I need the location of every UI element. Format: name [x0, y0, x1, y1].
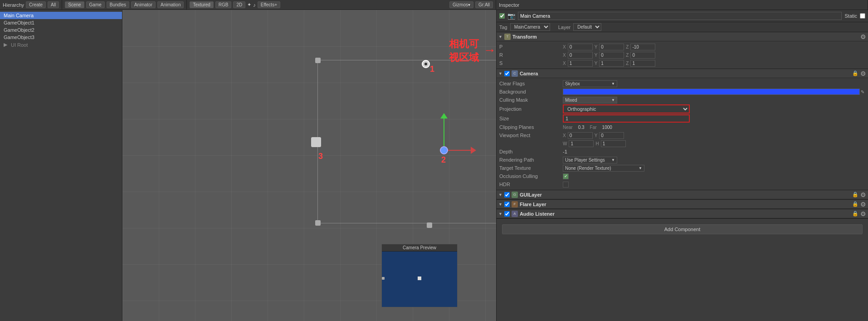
- game-tab[interactable]: Game: [86, 1, 105, 8]
- scale-label: S: [499, 60, 563, 66]
- object-name-input[interactable]: [518, 12, 842, 20]
- hierarchy-item-ui-root[interactable]: ▶ UI Root: [0, 41, 122, 49]
- static-checkbox[interactable]: [860, 13, 865, 19]
- audio-listener-menu-icon[interactable]: ⚙: [860, 210, 866, 217]
- camera-corner-tl: [315, 58, 321, 63]
- culling-mask-dropdown[interactable]: Mixed ▼: [563, 97, 617, 104]
- left-side-handle[interactable]: [311, 137, 321, 147]
- size-input[interactable]: [563, 114, 690, 123]
- guilayer-fold-icon: ▼: [498, 193, 502, 197]
- grall-btn[interactable]: Gr:All: [475, 1, 493, 8]
- culling-mask-label: Culling Mask: [499, 97, 563, 103]
- scene-label-1: 1: [430, 64, 434, 74]
- top-bar: Hierarchy Create All Scene Game Bundles …: [0, 0, 868, 10]
- target-texture-label: Target Texture: [499, 165, 563, 171]
- viewport-rect-wh-values: W H: [563, 140, 865, 147]
- hierarchy-item-gameobject2[interactable]: GameObject2: [0, 26, 122, 34]
- guilayer-header[interactable]: ▼ G GUILayer 🔒 ⚙: [497, 190, 868, 199]
- top-gizmo-inner: [424, 63, 427, 65]
- viewport-rect-values: X Y: [563, 132, 865, 139]
- rot-x-input[interactable]: [568, 52, 593, 59]
- pos-x-input[interactable]: [568, 44, 593, 50]
- layer-select[interactable]: Default: [573, 23, 601, 31]
- flare-layer-menu-icon[interactable]: ⚙: [860, 201, 866, 208]
- hierarchy-item-gameobject3[interactable]: GameObject3: [0, 34, 122, 41]
- camera-menu-icon[interactable]: ⚙: [860, 70, 866, 77]
- bundles-tab[interactable]: Bundles: [107, 1, 129, 8]
- background-swatch-container: ✎: [563, 89, 865, 95]
- inspector-panel: 📷 Static Tag MainCamera Layer Default ▼ …: [496, 10, 868, 321]
- rotation-label: R: [499, 52, 563, 58]
- gizmo-container[interactable]: 2: [419, 126, 465, 171]
- inspector-tab-bar: Inspector: [496, 0, 868, 10]
- scale-z-input[interactable]: [630, 60, 655, 67]
- projection-select[interactable]: Orthographic Perspective: [563, 104, 690, 114]
- main-layout: Main Camera GameObject1 GameObject2 Game…: [0, 10, 868, 321]
- audio-listener-controls: 🔒 ⚙: [852, 210, 866, 217]
- target-texture-dropdown[interactable]: None (Render Texture) ▼: [563, 165, 644, 172]
- rot-z-input[interactable]: [630, 52, 655, 59]
- 2d-btn[interactable]: 2D: [233, 1, 245, 8]
- gizmos-btn[interactable]: Gizmos▾: [449, 1, 473, 8]
- gizmo-center-handle[interactable]: [440, 146, 448, 154]
- background-edit-btn[interactable]: ✎: [860, 89, 865, 94]
- scene-tab[interactable]: Scene: [65, 1, 84, 8]
- vr-y-input[interactable]: [599, 132, 624, 139]
- bottom-handle[interactable]: [427, 222, 432, 228]
- tag-select[interactable]: MainCamera: [510, 23, 550, 31]
- pos-z-input[interactable]: [630, 44, 655, 50]
- scale-y-input[interactable]: [599, 60, 624, 67]
- guilayer-lock-icon: 🔒: [852, 192, 858, 198]
- rendering-path-dropdown[interactable]: Use Player Settings ▼: [563, 157, 617, 163]
- occlusion-culling-checkbox[interactable]: ✓: [563, 173, 569, 179]
- add-component-button[interactable]: Add Component: [502, 224, 863, 234]
- scale-x-input[interactable]: [568, 60, 593, 67]
- rendering-path-label: Rendering Path: [499, 157, 563, 163]
- guilayer-active-checkbox[interactable]: [504, 192, 510, 198]
- hierarchy-item-main-camera[interactable]: Main Camera: [0, 12, 122, 19]
- vr-w-input[interactable]: [569, 140, 594, 147]
- background-label: Background: [499, 89, 563, 94]
- flare-layer-icon: F: [512, 201, 518, 207]
- camera-preview-title: Camera Preview: [382, 244, 457, 252]
- scale-row: S X Y Z: [497, 59, 868, 67]
- near-value: 0.3: [578, 125, 585, 130]
- flare-layer-active-checkbox[interactable]: [504, 202, 510, 207]
- transform-header[interactable]: ▼ T Transform ⚙: [497, 32, 868, 41]
- transform-body: P X Y Z R X Y: [497, 41, 868, 69]
- textured-btn[interactable]: Textured: [190, 1, 213, 8]
- rgb-btn[interactable]: RGB: [215, 1, 232, 8]
- depth-value: -1: [563, 149, 865, 154]
- effects-btn[interactable]: Effects+: [258, 1, 280, 8]
- hierarchy-list: Main Camera GameObject1 GameObject2 Game…: [0, 10, 122, 50]
- culling-mask-row: Culling Mask Mixed ▼: [497, 96, 868, 104]
- audio-listener-header[interactable]: ▼ A Audio Listener 🔒 ⚙: [497, 209, 868, 218]
- animator-tab[interactable]: Animator: [131, 1, 156, 8]
- clear-flags-dropdown[interactable]: Skybox ▼: [563, 80, 617, 87]
- camera-header[interactable]: ▼ C Camera 🔒 ⚙: [497, 69, 868, 78]
- object-active-checkbox[interactable]: [499, 13, 505, 19]
- all-btn[interactable]: All: [48, 1, 59, 8]
- hdr-checkbox[interactable]: [563, 182, 569, 188]
- create-btn[interactable]: Create: [26, 1, 46, 8]
- scene-tools: Textured RGB 2D ✦ ♪ Effects+ Gizmos▾ Gr:…: [187, 0, 496, 10]
- animation-tab[interactable]: Animation: [157, 1, 184, 8]
- audio-listener-fold-icon: ▼: [498, 212, 502, 216]
- pos-y-input[interactable]: [599, 44, 624, 50]
- occlusion-culling-row: Occlusion Culling ✓: [497, 172, 868, 180]
- vr-x-input[interactable]: [568, 132, 593, 139]
- camera-lock-icon: 🔒: [852, 70, 858, 76]
- camera-comp-name: Camera: [520, 71, 538, 76]
- hierarchy-item-gameobject1[interactable]: GameObject1: [0, 19, 122, 26]
- audio-listener-active-checkbox[interactable]: [504, 211, 510, 217]
- transform-menu-icon[interactable]: ⚙: [860, 33, 866, 40]
- flare-layer-header[interactable]: ▼ F Flare Layer 🔒 ⚙: [497, 200, 868, 209]
- static-label: Static: [844, 13, 857, 19]
- rot-y-input[interactable]: [599, 52, 624, 59]
- camera-active-checkbox[interactable]: [504, 71, 510, 76]
- camera-comp-icon: C: [512, 70, 518, 77]
- background-color-swatch[interactable]: [563, 89, 860, 95]
- vr-h-input[interactable]: [601, 140, 626, 147]
- guilayer-menu-icon[interactable]: ⚙: [860, 191, 866, 198]
- scene-canvas[interactable]: 相机可视区域 ← 1: [122, 10, 496, 321]
